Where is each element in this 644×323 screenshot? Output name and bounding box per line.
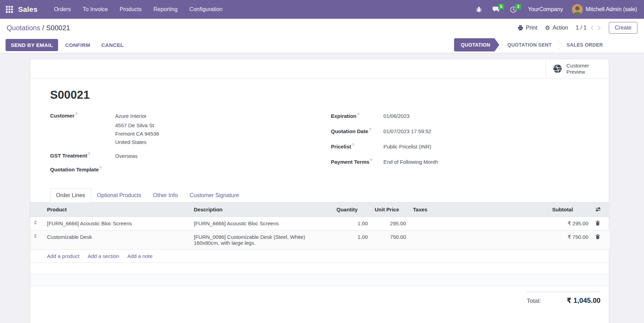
help-marker: ?: [88, 152, 90, 156]
app-name[interactable]: Sales: [18, 5, 38, 14]
notebook-tabs: Order Lines Optional Products Other Info…: [30, 188, 609, 202]
product-cell[interactable]: [FURN_6666] Acoustic Bloc Screens: [43, 217, 190, 230]
breadcrumb-separator: /: [42, 24, 46, 32]
taxes-cell[interactable]: [410, 230, 549, 249]
tab-customer-signature[interactable]: Customer Signature: [184, 188, 245, 202]
pager-value: 1 / 1: [576, 25, 587, 31]
description-cell[interactable]: [FURN_0096] Customizable Desk (Steel, Wh…: [190, 230, 333, 249]
user-name: Mitchell Admin (sale): [586, 6, 637, 13]
bug-icon: [476, 6, 482, 13]
field-expiration: Expiration? 01/06/2023: [331, 112, 589, 120]
avatar: [572, 4, 583, 15]
send-by-email-button[interactable]: SEND BY EMAIL: [6, 39, 58, 51]
print-label: Print: [526, 25, 537, 31]
content-area: Customer Preview S00021 Customer? Azure …: [0, 53, 644, 323]
quotation-template-label: Quotation Template?: [50, 166, 115, 172]
stage-sales-order[interactable]: SALES ORDER: [560, 38, 610, 51]
tab-optional-products[interactable]: Optional Products: [91, 188, 147, 202]
unit-price-cell[interactable]: 750.00: [371, 230, 410, 249]
total-label: Total:: [527, 298, 541, 305]
delete-row-button[interactable]: [592, 230, 610, 249]
action-button[interactable]: ⚙ Action: [545, 25, 568, 31]
help-marker: ?: [100, 166, 102, 170]
menu-to-invoice[interactable]: To Invoice: [77, 1, 114, 18]
menu-reporting[interactable]: Reporting: [148, 1, 183, 18]
tab-order-lines[interactable]: Order Lines: [50, 188, 91, 202]
quotation-title: S00021: [50, 88, 589, 102]
pricelist-value[interactable]: Public Pricelist (INR): [383, 143, 431, 151]
customer-label: Customer?: [50, 112, 115, 146]
drag-handle[interactable]: [30, 217, 43, 230]
totals-section: Total: ₹ 1,045.00: [30, 286, 609, 305]
field-customer: Customer? Azure Interior 4557 De Silva S…: [50, 112, 331, 146]
quantity-cell[interactable]: 1.00: [333, 230, 371, 249]
globe-icon: [553, 64, 562, 73]
create-button[interactable]: Create: [609, 22, 637, 34]
quotation-date-label: Quotation Date?: [331, 128, 383, 134]
messages-button[interactable]: 5: [488, 3, 503, 16]
breadcrumb-current: S00021: [46, 24, 70, 32]
tab-other-info[interactable]: Other Info: [147, 188, 184, 202]
form-status-bar: SEND BY EMAIL CONFIRM CANCEL QUOTATION Q…: [0, 37, 644, 53]
add-a-section-link[interactable]: Add a section: [88, 253, 119, 259]
activities-button[interactable]: 3: [506, 3, 520, 16]
quotation-date-value[interactable]: 01/07/2023 17:59:52: [383, 127, 431, 136]
expiration-label: Expiration?: [331, 112, 383, 119]
user-menu[interactable]: Mitchell Admin (sale): [571, 4, 638, 15]
delete-row-button[interactable]: [592, 217, 610, 230]
product-cell[interactable]: Customizable Desk: [43, 230, 190, 249]
printer-icon: [518, 25, 523, 31]
cancel-button[interactable]: CANCEL: [97, 39, 128, 51]
stage-quotation[interactable]: QUOTATION: [454, 38, 500, 51]
description-cell[interactable]: [FURN_6666] Acoustic Bloc Screens: [190, 217, 333, 230]
product-column-header: Product: [43, 202, 190, 217]
expiration-value[interactable]: 01/06/2023: [383, 112, 410, 120]
apps-menu-button[interactable]: [6, 6, 13, 13]
order-line-row: Customizable Desk [FURN_0096] Customizab…: [30, 230, 610, 249]
subtotal-cell: ₹ 295.00: [549, 217, 592, 230]
gear-icon: ⚙: [545, 25, 550, 31]
payment-terms-value[interactable]: End of Following Month: [383, 158, 438, 166]
drag-handle[interactable]: [30, 230, 43, 249]
quantity-cell[interactable]: 1.00: [333, 217, 371, 230]
pager: 1 / 1: [576, 25, 601, 31]
messages-count-badge: 5: [498, 4, 504, 9]
description-column-header: Description: [190, 202, 333, 217]
help-marker: ?: [352, 143, 354, 147]
breadcrumb: Quotations / S00021: [7, 24, 70, 32]
customer-preview-button[interactable]: Customer Preview: [546, 59, 609, 78]
add-a-product-link[interactable]: Add a product: [47, 253, 79, 259]
button-box: Customer Preview: [30, 59, 609, 79]
taxes-cell[interactable]: [410, 217, 549, 230]
menu-products[interactable]: Products: [114, 1, 148, 18]
field-pricelist: Pricelist? Public Pricelist (INR): [331, 143, 589, 151]
gst-treatment-value[interactable]: Overseas: [115, 152, 137, 160]
pager-next-button[interactable]: [597, 25, 601, 31]
optional-columns-button[interactable]: [592, 202, 610, 217]
help-marker: ?: [369, 128, 371, 132]
add-a-note-link[interactable]: Add a note: [127, 253, 153, 259]
menu-orders[interactable]: Orders: [48, 1, 77, 18]
debug-button[interactable]: [472, 3, 486, 16]
customer-street: 4557 De Silva St: [115, 121, 159, 130]
gst-treatment-label: GST Treatment?: [50, 152, 115, 160]
customer-name[interactable]: Azure Interior: [115, 112, 159, 120]
menu-configuration[interactable]: Configuration: [183, 1, 228, 18]
stage-quotation-sent[interactable]: QUOTATION SENT: [500, 38, 558, 51]
pager-previous-button[interactable]: [590, 25, 594, 31]
customer-preview-label: Customer Preview: [566, 63, 596, 75]
action-label: Action: [552, 25, 568, 31]
help-marker: ?: [357, 112, 359, 116]
customer-value[interactable]: Azure Interior 4557 De Silva St Fremont …: [115, 112, 159, 146]
main-navbar: Sales Orders To Invoice Products Reporti…: [0, 0, 644, 19]
print-button[interactable]: Print: [518, 25, 537, 31]
unit-price-cell[interactable]: 295.00: [371, 217, 410, 230]
breadcrumb-quotations-link[interactable]: Quotations: [7, 24, 40, 32]
field-payment-terms: Payment Terms? End of Following Month: [331, 158, 589, 166]
table-header-row: Product Description Quantity Unit Price …: [30, 202, 610, 217]
control-panel: Quotations / S00021 Print ⚙ Action 1 / 1: [0, 19, 644, 37]
customer-country: United States: [115, 138, 159, 146]
company-switcher[interactable]: YourCompany: [523, 6, 568, 13]
activities-count-badge: 3: [515, 4, 521, 9]
confirm-button[interactable]: CONFIRM: [61, 39, 94, 51]
